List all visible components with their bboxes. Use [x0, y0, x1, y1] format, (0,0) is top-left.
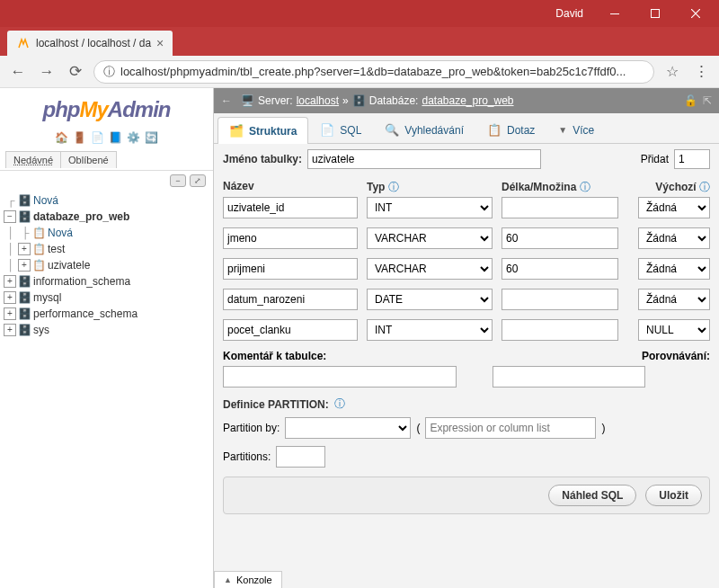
panel-tab-recent[interactable]: Nedávné: [5, 151, 61, 168]
toggle-icon[interactable]: +: [4, 275, 16, 288]
tree-new[interactable]: ┌🗄️Nová: [4, 192, 209, 209]
separator: »: [342, 94, 349, 107]
tab-more[interactable]: ▼Více: [546, 116, 606, 143]
toggle-icon[interactable]: +: [18, 243, 31, 255]
field-type-select[interactable]: VARCHAR: [367, 258, 493, 280]
sidebar: phpMyAdmin 🏠 🚪 📄 📘 ⚙️ 🔄 Nedávné Oblíbené…: [0, 88, 214, 588]
nav-reload-button[interactable]: ⟳: [65, 61, 86, 83]
field-length-input[interactable]: [502, 289, 618, 310]
pageup-icon[interactable]: ⇱: [703, 94, 712, 107]
site-info-icon[interactable]: ⓘ: [103, 64, 115, 80]
console-toggle[interactable]: ▲ Konzole: [214, 571, 282, 588]
tab-search[interactable]: 🔍Vyhledávání: [373, 116, 475, 143]
window-user: David: [555, 7, 583, 20]
panel-tabs: Nedávné Oblíbené: [0, 147, 213, 171]
window-minimize-button[interactable]: [594, 0, 635, 27]
field-type-select[interactable]: DATE: [367, 289, 493, 310]
field-name-input[interactable]: [223, 227, 358, 249]
collapse-icon[interactable]: ←: [221, 94, 232, 107]
toggle-icon[interactable]: +: [4, 307, 16, 320]
toggle-icon[interactable]: −: [4, 210, 16, 223]
db-icon: 🗄️: [18, 210, 31, 223]
tree-db[interactable]: −🗄️databaze_pro_web: [4, 209, 209, 225]
table-name-label: Jméno tabulky:: [223, 153, 302, 165]
field-default-select[interactable]: Žádná: [638, 289, 710, 310]
table-comment-input[interactable]: [223, 366, 457, 388]
window-close-button[interactable]: [675, 0, 715, 27]
col-header-default: Výchozí: [655, 181, 696, 193]
sql-icon[interactable]: 📄: [91, 131, 105, 146]
partition-by-select[interactable]: [285, 417, 411, 439]
bookmark-icon[interactable]: ☆: [661, 61, 683, 83]
nav-back-button[interactable]: ←: [7, 61, 29, 83]
tab-query[interactable]: 📋Dotaz: [475, 116, 546, 143]
field-length-input[interactable]: [502, 227, 618, 249]
field-length-input[interactable]: [502, 258, 618, 280]
tree-db-info-schema[interactable]: +🗄️information_schema: [4, 273, 209, 290]
table-collation-input[interactable]: [493, 366, 645, 388]
browser-tab[interactable]: localhost / localhost / da ×: [7, 31, 173, 56]
tree-collapse-button[interactable]: −: [170, 174, 186, 187]
chevron-down-icon: ▼: [558, 125, 567, 135]
table-name-input[interactable]: [307, 149, 541, 169]
col-header-type: Typ: [367, 181, 385, 193]
settings-icon[interactable]: ⚙️: [127, 131, 141, 146]
toggle-icon[interactable]: +: [4, 291, 16, 304]
toggle-icon[interactable]: +: [4, 324, 16, 336]
field-default-select[interactable]: Žádná: [638, 197, 710, 218]
reload-icon[interactable]: 🔄: [145, 131, 159, 146]
col-header-name: Název: [223, 180, 358, 195]
tab-sql[interactable]: 📄SQL: [308, 116, 373, 143]
logout-icon[interactable]: 🚪: [73, 131, 87, 146]
field-default-select[interactable]: Žádná: [638, 258, 710, 280]
tree-table-test[interactable]: │+📋test: [4, 241, 209, 257]
tree-db-sys[interactable]: +🗄️sys: [4, 322, 209, 338]
browser-menu-icon[interactable]: ⋮: [690, 61, 712, 83]
help-icon[interactable]: ⓘ: [580, 181, 590, 193]
field-type-select[interactable]: INT: [367, 319, 493, 341]
field-name-input[interactable]: [223, 197, 358, 218]
field-name-input[interactable]: [223, 319, 358, 341]
phpmyadmin-logo[interactable]: phpMyAdmin: [0, 88, 213, 128]
table-icon: 📋: [32, 243, 45, 255]
field-length-input[interactable]: [502, 197, 618, 218]
add-label: Přidat: [641, 153, 669, 165]
home-icon[interactable]: 🏠: [55, 131, 69, 146]
help-icon[interactable]: ⓘ: [334, 396, 345, 412]
server-link[interactable]: localhost: [297, 94, 339, 107]
window-maximize-button[interactable]: [635, 0, 675, 27]
url-field[interactable]: ⓘ localhost/phpmyadmin/tbl_create.php?se…: [93, 60, 654, 84]
preview-sql-button[interactable]: Náhled SQL: [548, 485, 636, 506]
tree-table-uzivatele[interactable]: │+📋uzivatele: [4, 257, 209, 273]
field-type-select[interactable]: VARCHAR: [367, 227, 493, 249]
field-name-input[interactable]: [223, 289, 358, 310]
save-button[interactable]: Uložit: [645, 485, 702, 506]
field-row: INTŽádná: [223, 197, 710, 218]
tree-db-perf-schema[interactable]: +🗄️performance_schema: [4, 306, 209, 322]
help-icon[interactable]: ⓘ: [388, 181, 399, 193]
field-length-input[interactable]: [502, 319, 618, 341]
db-new-icon: 🗄️: [18, 194, 31, 207]
field-type-select[interactable]: INT: [367, 197, 493, 218]
db-link[interactable]: databaze_pro_web: [422, 94, 513, 107]
partition-expression-input[interactable]: [425, 417, 596, 439]
add-count-input[interactable]: [674, 149, 710, 169]
tab-close-icon[interactable]: ×: [156, 36, 164, 50]
sql-icon: 📄: [320, 123, 334, 137]
nav-forward-button[interactable]: →: [36, 61, 58, 83]
docs-icon[interactable]: 📘: [109, 131, 123, 146]
tree-expand-button[interactable]: ⤢: [190, 174, 206, 187]
field-default-select[interactable]: NULL: [638, 319, 710, 341]
help-icon[interactable]: ⓘ: [699, 181, 710, 193]
lock-icon[interactable]: 🔓: [684, 94, 697, 107]
tab-structure[interactable]: 🗂️Struktura: [217, 117, 308, 144]
tree-db-mysql[interactable]: +🗄️mysql: [4, 290, 209, 306]
field-row: VARCHARŽádná: [223, 258, 710, 280]
panel-tab-favorites[interactable]: Oblíbené: [61, 151, 117, 168]
field-default-select[interactable]: Žádná: [638, 227, 710, 249]
comment-label: Komentář k tabulce:: [223, 350, 326, 362]
tree-db-new[interactable]: │├📋Nová: [4, 225, 209, 241]
partitions-count-input[interactable]: [276, 446, 325, 468]
field-name-input[interactable]: [223, 258, 358, 280]
toggle-icon[interactable]: +: [18, 259, 31, 272]
